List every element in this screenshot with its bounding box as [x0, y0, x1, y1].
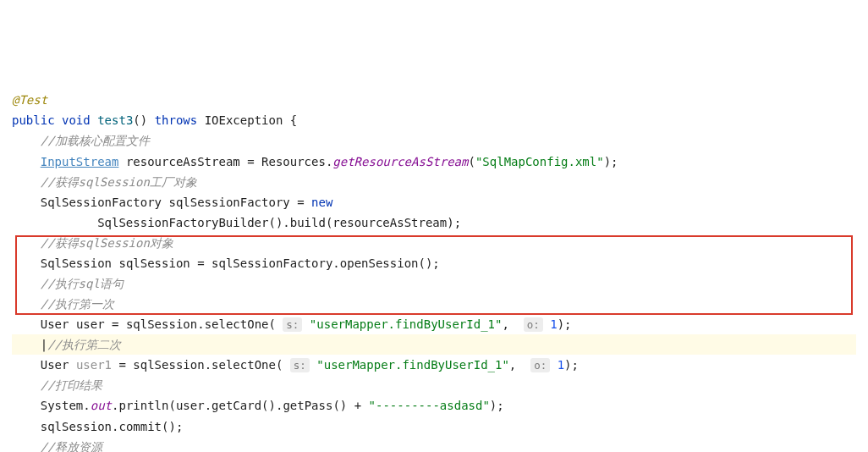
ref-sqlsession-1: sqlSession [126, 317, 197, 331]
type-inputstream[interactable]: InputStream [41, 155, 119, 168]
method-getpass: getPass [283, 399, 332, 412]
kw-void: void [62, 113, 91, 127]
type-sqlsession: SqlSession [41, 256, 112, 270]
string-mapper-2: "userMapper.findByUserId_1" [316, 358, 509, 372]
number-one-1: 1 [550, 317, 557, 331]
param-hint-o-1: o: [524, 317, 543, 332]
param-hint-s-1: s: [283, 317, 302, 332]
ref-sqlsession-commit: sqlSession [41, 420, 112, 433]
param-hint-s-2: s: [290, 358, 310, 372]
arg-resource-as-stream: resourceAsStream [332, 216, 447, 229]
class-resources: Resources [261, 155, 326, 168]
comment-release: //释放资源 [41, 440, 102, 452]
ref-sqlsessionfactory: sqlSessionFactory [212, 256, 332, 270]
method-getcard: getCard [212, 399, 261, 412]
var-user1: user1 [76, 358, 112, 372]
type-user: User [41, 317, 69, 331]
method-get-resource: getResourceAsStream [332, 155, 468, 168]
method-build: build [290, 216, 326, 229]
kw-new: new [311, 196, 332, 209]
class-system: System [41, 399, 84, 412]
comment-load-config: //加载核心配置文件 [41, 134, 150, 147]
method-selectone-1: selectOne [205, 317, 269, 331]
annotation: @Test [12, 93, 47, 107]
comment-get-factory: //获得sqlSession工厂对象 [41, 175, 197, 189]
method-commit: commit [118, 420, 162, 433]
string-mapper-1: "userMapper.findByUserId_1" [310, 317, 503, 331]
comment-print-result: //打印结果 [41, 378, 102, 392]
var-user: user [76, 317, 105, 331]
var-sqlsessionfactory: sqlSessionFactory [168, 196, 289, 209]
type-sqlsessionfactorybuilder: SqlSessionFactoryBuilder [97, 216, 268, 229]
type-sqlsessionfactory: SqlSessionFactory [41, 196, 162, 209]
code-block: @Test public void test3() throws IOExcep… [12, 90, 856, 452]
method-opensession: openSession [340, 256, 419, 270]
type-user-2: User [41, 358, 69, 372]
comment-exec-second: //执行第二次 [47, 338, 121, 351]
param-hint-o-2: o: [530, 358, 550, 372]
kw-throws: throws [155, 113, 198, 127]
field-out: out [91, 399, 112, 412]
comment-exec-first: //执行第一次 [41, 297, 114, 311]
caret: | [41, 338, 47, 351]
ref-user: user [176, 399, 205, 412]
comment-exec-sql: //执行sql语句 [41, 277, 124, 290]
method-name: test3 [97, 113, 133, 127]
open-brace: { [290, 113, 297, 127]
string-dashes: "---------asdasd" [369, 399, 490, 412]
exception-type: IOException [205, 113, 283, 127]
number-one-2: 1 [558, 358, 564, 372]
var-resource-as-stream: resourceAsStream [126, 155, 240, 168]
string-config-file: "SqlMapConfig.xml" [475, 155, 604, 168]
active-line: |//执行第二次 [12, 334, 856, 355]
comment-get-session: //获得sqlSession对象 [41, 236, 173, 250]
kw-public: public [12, 113, 55, 127]
ref-sqlsession-2: sqlSession [133, 358, 204, 372]
method-println: println [118, 399, 168, 412]
method-selectone-2: selectOne [212, 358, 276, 372]
var-sqlsession: sqlSession [118, 256, 190, 270]
